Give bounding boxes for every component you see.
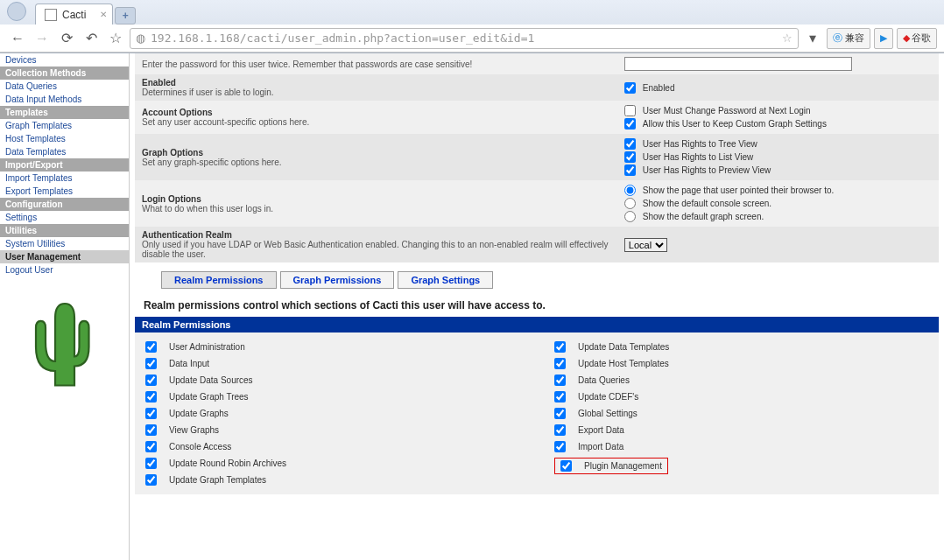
sidebar-link[interactable]: Data Queries [0,80,129,93]
reload-button[interactable]: ⟳ [56,28,77,49]
list-checkbox[interactable] [624,151,636,163]
tree-checkbox[interactable] [624,138,636,150]
permission-label: Data Queries [578,375,630,385]
close-icon[interactable]: ✕ [100,10,107,19]
permission-checkbox[interactable] [145,474,157,486]
permission-item: Console Access [145,441,519,452]
login-radio-2[interactable] [624,198,636,209]
permission-checkbox[interactable] [554,341,566,353]
permission-label: Export Data [578,425,624,435]
permission-checkbox[interactable] [554,374,566,386]
permission-checkbox[interactable] [554,424,566,436]
permission-checkbox[interactable] [560,460,572,472]
permission-item: Update Graph Trees [145,391,519,402]
permission-checkbox[interactable] [145,441,157,452]
tab-bar: Cacti ✕ + [0,0,944,24]
permission-checkbox[interactable] [554,441,566,452]
login-radio-3[interactable] [624,211,636,222]
permission-label: User Administration [169,342,245,352]
url-bar[interactable]: ◍ ☆ [130,28,799,49]
permission-label: Update Round Robin Archives [169,458,286,468]
sidebar-link[interactable]: Graph Templates [0,119,129,132]
password-input[interactable] [624,57,852,71]
globe-icon: ◍ [136,32,145,45]
permission-item: Export Data [554,424,928,436]
login-label: Login Options [142,194,610,204]
bookmark-icon[interactable]: ☆ [105,28,126,49]
permission-checkbox[interactable] [145,358,157,369]
permissions-grid: User AdministrationData InputUpdate Data… [135,332,939,494]
permission-item: Update Data Sources [145,374,519,386]
sidebar-link[interactable]: Export Templates [0,185,129,198]
sidebar-section: Utilities [0,224,129,237]
tab-graph[interactable]: Graph Permissions [280,271,395,289]
permission-checkbox[interactable] [145,391,157,402]
permission-item: Update Data Templates [554,341,928,353]
user-form: Enter the password for this user twice. … [135,53,939,262]
permission-checkbox[interactable] [554,408,566,419]
permission-label: Update Graph Trees [169,392,249,402]
permission-label: Update Graph Templates [169,475,266,485]
tab-title: Cacti [62,9,86,21]
browser-tab[interactable]: Cacti ✕ [35,4,113,24]
sidebar-link[interactable]: System Utilities [0,237,129,250]
sidebar-link[interactable]: Host Templates [0,132,129,145]
permission-checkbox[interactable] [145,408,157,419]
back-button[interactable]: ← [7,28,28,49]
permission-checkbox[interactable] [554,358,566,369]
permission-checkbox[interactable] [145,374,157,386]
go-button[interactable]: ▶ [874,28,893,49]
sidebar-link[interactable]: Logout User [0,263,129,276]
tab-settings[interactable]: Graph Settings [398,271,493,289]
forward-button[interactable]: → [32,28,53,49]
permission-item: Update Graph Templates [145,474,519,486]
sidebar-link[interactable]: Import Templates [0,172,129,185]
new-tab-button[interactable]: + [115,7,136,24]
enabled-label: Enabled [142,78,610,88]
permission-checkbox[interactable] [145,424,157,436]
compat-button[interactable]: ⓔ兼容 [827,28,870,49]
sidebar-link[interactable]: Data Templates [0,145,129,158]
permission-item: Import Data [554,441,928,452]
google-button[interactable]: ◆谷歌 [897,28,937,49]
login-desc: What to do when this user logs in. [142,204,610,214]
sidebar-section: Configuration [0,198,129,211]
permission-label: Update Host Templates [578,359,669,368]
url-input[interactable] [151,32,782,45]
account-label: Account Options [142,108,610,117]
permission-checkbox[interactable] [145,341,157,353]
permission-label: Data Input [169,359,209,368]
sidebar-link[interactable]: Devices [0,53,129,66]
star-icon[interactable]: ☆ [782,32,793,45]
change-pw-checkbox[interactable] [624,105,636,116]
page-icon [45,9,57,21]
user-avatar-icon[interactable] [7,2,26,21]
sidebar: DevicesCollection MethodsData QueriesDat… [0,53,130,560]
keep-graph-checkbox[interactable] [624,118,636,130]
dropdown-icon[interactable]: ▾ [802,28,823,49]
sidebar-link[interactable]: Data Input Methods [0,93,129,106]
permission-checkbox[interactable] [145,458,157,469]
sidebar-section: Import/Export [0,158,129,172]
highlight-box: Plugin Management [554,458,668,474]
undo-button[interactable]: ↶ [81,28,102,49]
permission-label: Update Data Sources [169,375,253,385]
permission-item: User Administration [145,341,519,353]
permission-label: Import Data [578,442,623,452]
login-radio-1[interactable] [624,185,636,196]
sidebar-link[interactable]: Settings [0,211,129,224]
realm-desc: Only used if you have LDAP or Web Basic … [142,240,610,259]
realm-select[interactable]: Local [624,238,667,252]
graph-label: Graph Options [142,148,610,158]
permission-item: Data Queries [554,374,928,386]
permission-item: Update CDEF's [554,391,928,402]
permission-item: Update Host Templates [554,358,928,369]
preview-checkbox[interactable] [624,164,636,176]
sidebar-section: Templates [0,106,129,119]
enabled-checkbox[interactable] [624,82,636,94]
permissions-description: Realm permissions control which sections… [135,294,939,317]
tab-realm[interactable]: Realm Permissions [161,271,277,289]
permission-checkbox[interactable] [554,391,566,402]
permission-item: Global Settings [554,408,928,419]
sidebar-link[interactable]: User Management [0,250,129,263]
